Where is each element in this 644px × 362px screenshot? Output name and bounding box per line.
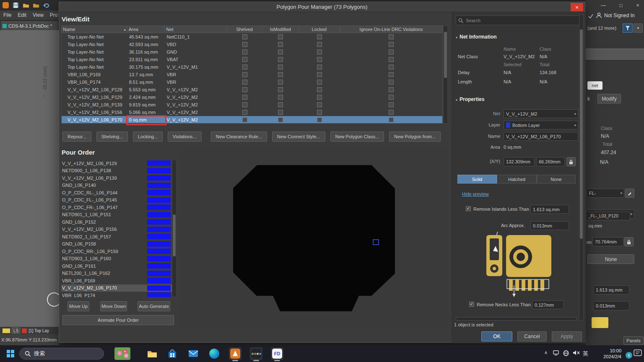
column-header-ignore-drc[interactable]: Ignore On-Line DRC Violations (340, 26, 442, 33)
clipped-control[interactable] (456, 317, 576, 321)
name-field-partial[interactable]: _FL-_L03_P120 (586, 212, 630, 220)
top-layer-swatch[interactable] (22, 328, 27, 333)
ignore-drc-checkbox[interactable] (389, 110, 394, 115)
xy-lock-button[interactable] (566, 157, 576, 166)
filter-button[interactable] (623, 23, 633, 33)
ignore-drc-checkbox[interactable] (389, 65, 394, 70)
ismodified-checkbox[interactable] (278, 72, 283, 77)
ismodified-checkbox[interactable] (278, 95, 283, 100)
shelved-checkbox[interactable] (242, 34, 247, 39)
taskbar-search[interactable]: 搜索 (19, 348, 104, 359)
column-header-area[interactable]: Area (127, 26, 165, 33)
ignore-drc-checkbox[interactable] (389, 102, 394, 107)
pour-order-item[interactable]: NETD900_1_L06_P138 (61, 167, 177, 175)
action-button[interactable]: Repour... (62, 132, 91, 142)
window-close-button[interactable]: × (633, 2, 643, 9)
ismodified-checkbox[interactable] (278, 102, 283, 107)
arc-approx-input[interactable]: 0.013mm (530, 221, 569, 230)
table-row[interactable]: VBR_L06_P169 13.7 sq.mm VBR (62, 71, 442, 78)
ismodified-checkbox[interactable] (278, 117, 283, 122)
table-row[interactable]: V_V_+12V_M2_L06_P170 0 sq.mm V_V_+12V_M2 (62, 116, 442, 124)
pour-order-item[interactable]: GND_L06_P140 (61, 182, 177, 189)
move-down-button[interactable]: Move Down (100, 301, 127, 311)
locked-checkbox[interactable] (317, 34, 322, 39)
pour-order-scrollbar[interactable] (172, 160, 177, 297)
pour-order-item[interactable]: NETD901_1_L06_P151 (61, 211, 177, 219)
column-header-name[interactable]: Name▴ (62, 26, 127, 33)
file-explorer-button[interactable] (146, 347, 158, 360)
partial-input[interactable] (586, 49, 644, 59)
shelved-checkbox[interactable] (242, 80, 247, 85)
action-button[interactable]: New Clearance Rule... (211, 132, 267, 142)
table-row[interactable]: Top Layer-No Net 36.116 sq.mm GND (62, 48, 442, 56)
shelved-checkbox[interactable] (242, 110, 247, 115)
maximize-button[interactable]: □ (616, 2, 626, 9)
layer-set-badge[interactable]: LS (12, 328, 20, 334)
folder-icon[interactable] (32, 2, 39, 9)
fd-app-button[interactable]: FD (271, 347, 283, 360)
auto-generate-button[interactable]: Auto Generate (138, 301, 170, 311)
action-button[interactable]: New Polygon Class... (330, 132, 384, 142)
ignore-drc-checkbox[interactable] (389, 42, 394, 47)
column-header-shelved[interactable]: Shelved (227, 26, 262, 33)
fill-mode-tab-none[interactable]: None (537, 175, 576, 184)
dialog-close-button[interactable]: × (571, 3, 583, 11)
color-swatch[interactable] (592, 317, 608, 328)
pour-order-item[interactable]: O_P_CDC_FL-_L06_P145 (61, 197, 177, 204)
ismodified-checkbox[interactable] (278, 65, 283, 70)
table-row[interactable]: Top Layer-No Net 45.543 sq.mm NetC110_1 (62, 33, 442, 41)
shelved-checkbox[interactable] (242, 42, 247, 47)
ignore-drc-checkbox[interactable] (389, 49, 394, 54)
pour-order-item[interactable]: NETD902_1_L06_P157 (61, 233, 177, 240)
search-input[interactable]: Search (456, 16, 582, 25)
net-chip[interactable]: net (587, 81, 602, 90)
pour-order-item[interactable]: VBR_L06_P169 (61, 277, 177, 284)
ime-indicator[interactable]: 英 (583, 350, 588, 357)
store-button[interactable] (166, 347, 179, 360)
pour-order-item[interactable]: O_P_CDC_FR-_L06_P147 (61, 204, 177, 211)
action-button[interactable]: New Connect Style... (272, 132, 325, 142)
fl-dropdown[interactable]: FL-▾ (587, 189, 624, 198)
net-information-section[interactable]: ▴ Net Information (456, 34, 497, 40)
action-button[interactable]: Violations... (168, 132, 202, 142)
network-tray-icon[interactable] (563, 350, 569, 357)
menu-edit[interactable]: Edit (18, 12, 26, 18)
ignore-drc-checkbox[interactable] (389, 80, 394, 85)
name-input[interactable]: V_V_+12V_M2_L06_P170 (504, 132, 578, 141)
modify-button[interactable]: Modify (597, 94, 621, 103)
minimize-button[interactable]: — (598, 2, 608, 9)
column-header-locked[interactable]: Locked (299, 26, 340, 33)
net-dropdown[interactable]: V_V_+12V_M2▾ (504, 109, 578, 118)
table-row[interactable]: VBR_L06_P174 8.51 sq.mm VBR (62, 78, 442, 86)
panels-button[interactable]: Panels (623, 336, 644, 345)
move-up-button[interactable]: Move Up (68, 301, 89, 311)
layer-dropdown[interactable]: Bottom Layer▾ (504, 121, 578, 129)
pour-order-item[interactable]: GND_L06_P152 (61, 218, 177, 226)
ismodified-checkbox[interactable] (278, 42, 283, 47)
fill-mode-tab-hatched[interactable]: Hatched (497, 175, 537, 184)
pour-order-item[interactable]: V_V_+12V_M2_L06_P156 (61, 226, 177, 233)
action-button[interactable]: Shelving... (96, 132, 128, 142)
ignore-drc-checkbox[interactable] (389, 34, 394, 39)
table-row[interactable]: V_V_+12V_M2_L06_P156 5.066 sq.mm V_V_+12… (62, 109, 442, 116)
polygon-preview[interactable] (181, 148, 448, 328)
ignore-drc-checkbox[interactable] (389, 57, 394, 62)
y-coordinate-input[interactable]: 66.269mm (536, 157, 565, 166)
pour-order-item[interactable]: NETD903_1_L06_P160 (61, 255, 177, 263)
pour-order-item[interactable]: O_P_CDC_RR-_L06_P159 (61, 248, 177, 255)
save-icon[interactable] (12, 2, 19, 9)
capture-app-button[interactable] (250, 347, 262, 360)
ismodified-checkbox[interactable] (278, 57, 283, 62)
hide-preview-link[interactable]: Hide preview (462, 191, 489, 197)
locked-checkbox[interactable] (317, 65, 322, 70)
locked-checkbox[interactable] (317, 117, 322, 122)
pour-order-item[interactable]: V_V_+12V_M2_L06_P170 (61, 284, 177, 292)
table-row[interactable]: Top Layer-No Net 42.593 sq.mm VBD (62, 41, 442, 48)
ismodified-checkbox[interactable] (278, 80, 283, 85)
menu-project[interactable]: Pro (50, 12, 58, 18)
column-header-ismodified[interactable]: IsModified (262, 26, 299, 33)
table-row[interactable]: Top Layer-No Net 30.175 sq.mm V_V_+12V_M… (62, 63, 442, 71)
fill-mode-tab-solid[interactable]: Solid (457, 175, 497, 184)
action-button[interactable]: New Polygon from... (389, 132, 441, 142)
shelved-checkbox[interactable] (242, 117, 247, 122)
